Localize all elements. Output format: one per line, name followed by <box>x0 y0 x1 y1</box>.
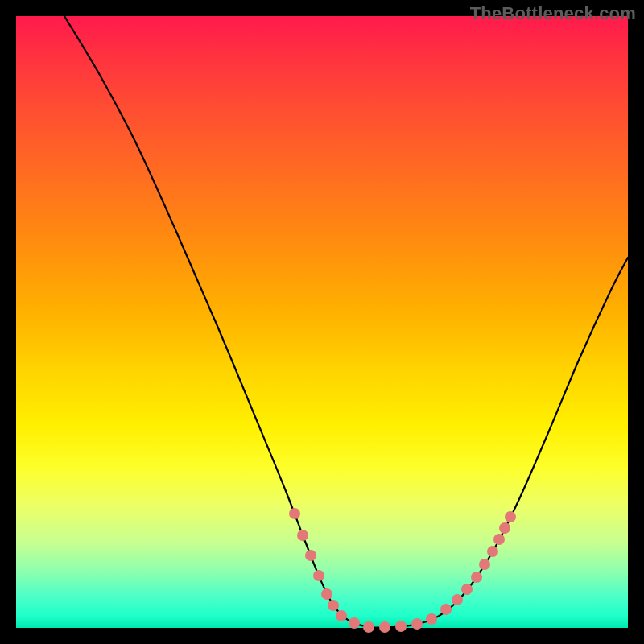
dense-marker <box>505 511 516 522</box>
dense-marker <box>336 610 347 621</box>
dense-marker <box>452 594 463 605</box>
dense-marker <box>363 621 374 633</box>
dense-marker <box>313 570 324 581</box>
dense-marker <box>487 546 498 557</box>
plot-area <box>16 16 628 628</box>
dense-marker <box>493 534 505 545</box>
curve-svg <box>16 16 628 628</box>
dense-marker <box>289 508 300 519</box>
dense-marker <box>440 604 452 615</box>
dense-marker <box>349 617 360 629</box>
dense-marker <box>395 621 407 632</box>
watermark-text: TheBottleneck.com <box>470 3 636 24</box>
bottleneck-curve <box>64 16 628 628</box>
dense-marker <box>471 572 482 583</box>
dense-marker <box>499 522 510 534</box>
dense-marker <box>426 613 437 625</box>
dense-marker <box>321 588 332 600</box>
dense-marker <box>479 559 490 570</box>
dense-marker <box>328 600 339 611</box>
chart-frame: TheBottleneck.com <box>0 0 644 644</box>
dense-marker <box>411 618 423 630</box>
dense-marker <box>379 621 390 633</box>
dense-marker <box>305 550 316 561</box>
dense-marker <box>297 530 308 541</box>
dense-marker <box>461 584 473 595</box>
